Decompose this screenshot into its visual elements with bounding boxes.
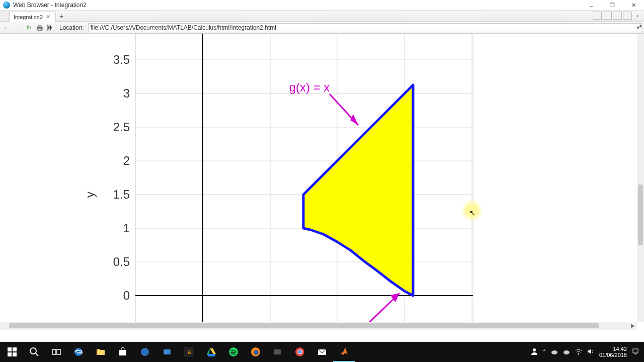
svg-marker-28 [350,114,358,125]
svg-marker-62 [588,349,591,354]
svg-point-58 [533,348,536,351]
tray-cloud-icon[interactable] [563,348,570,356]
svg-text:2.5: 2.5 [113,120,130,134]
svg-rect-32 [13,347,17,351]
tray-onedrive-icon[interactable] [551,348,558,356]
new-tab-button[interactable]: + [56,11,67,21]
start-button[interactable] [1,342,23,362]
search-button[interactable] [23,342,45,362]
svg-marker-49 [207,354,216,356]
svg-rect-3 [135,34,473,322]
svg-rect-33 [8,352,12,356]
annotation-lower-arrow [367,293,399,322]
close-button[interactable]: ✕ [623,0,644,11]
taskbar: a ˄ 14:42 01/06/2018 [0,342,644,362]
svg-rect-37 [52,349,56,354]
scroll-up-cue: ▲ [638,23,643,28]
layout-single-button[interactable] [623,12,632,20]
layout-grid-button[interactable] [593,12,602,20]
svg-rect-31 [8,347,12,351]
svg-rect-1 [38,25,42,26]
annotation-gx: g(x) = x [289,80,358,125]
tab-label: Integration2 [14,14,43,20]
mail-icon[interactable] [311,342,333,362]
svg-text:1.5: 1.5 [113,188,130,201]
amazon-icon[interactable]: a [178,342,200,362]
location-label: Location: [57,24,86,31]
svg-point-61 [578,353,579,354]
maximize-button[interactable]: ❐ [602,0,623,11]
svg-text:3: 3 [123,86,130,100]
clock-time: 14:42 [599,346,627,352]
scroll-right-icon[interactable]: ▶ [631,323,635,328]
back-button[interactable]: ← [2,23,11,32]
y-tick-labels: 0 0.5 1 1.5 2 2.5 3 3.5 [113,53,130,302]
svg-line-36 [36,353,38,356]
toolbar: ← → ↻ Location: file:///C:/Users/A/Docum… [0,22,644,34]
forward-button[interactable]: → [13,23,22,32]
y-axis-label: y [83,192,97,198]
horizontal-scrollbar[interactable]: ▶ [0,322,637,330]
layout-buttons: › [593,12,642,20]
tray-volume-icon[interactable] [587,348,594,356]
explorer-icon[interactable] [90,342,112,362]
layout-split-v-button[interactable] [603,12,612,20]
svg-text:1: 1 [123,221,130,235]
svg-rect-44 [164,349,171,354]
scrollbar-thumb[interactable] [638,185,643,245]
location-bar[interactable]: file:///C:/Users/A/Documents/MATLAB/Calc… [88,23,642,32]
clock-date: 01/06/2018 [599,352,627,358]
filled-region [303,85,413,296]
chart: 0 0.5 1 1.5 2 2.5 3 3.5 y g(x) = x [0,34,634,322]
firefox-icon[interactable] [245,342,267,362]
svg-text:0.5: 0.5 [113,255,130,268]
tabstrip: Integration2 ✕ + › [0,11,644,22]
svg-rect-2 [38,29,42,30]
svg-text:a: a [188,348,191,355]
matlab-icon[interactable] [333,342,355,362]
drive-icon[interactable] [200,342,222,362]
reload-button[interactable]: ↻ [24,23,33,32]
svg-point-52 [254,350,259,355]
svg-rect-40 [97,350,105,355]
find-button[interactable] [46,23,55,32]
svg-marker-48 [207,348,210,354]
store-icon[interactable] [112,342,134,362]
svg-rect-63 [633,349,638,353]
layout-more-button[interactable]: › [633,12,642,20]
print-button[interactable] [35,23,44,32]
tray-wifi-icon[interactable] [575,348,582,356]
tab-integration2[interactable]: Integration2 ✕ [9,12,56,22]
tab-close-icon[interactable]: ✕ [46,14,50,20]
svg-rect-41 [97,349,100,350]
tray-notifications-icon[interactable] [632,348,639,356]
svg-point-59 [551,350,557,354]
layout-split-h-button[interactable] [613,12,622,20]
tray-chevron-icon[interactable]: ˄ [543,349,546,355]
svg-rect-38 [57,349,60,354]
svg-text:g(x) = x: g(x) = x [289,80,330,94]
app-icon-3[interactable] [267,342,289,362]
minimize-button[interactable]: – [581,0,602,11]
svg-point-43 [141,348,149,356]
chrome-icon[interactable] [289,342,311,362]
svg-text:2: 2 [123,154,130,167]
tray-clock[interactable]: 14:42 01/06/2018 [599,346,627,358]
system-tray: ˄ 14:42 01/06/2018 [531,346,643,358]
app-icon-2[interactable] [156,342,178,362]
edge-icon[interactable] [67,342,90,362]
svg-marker-47 [210,348,216,354]
scrollbar-thumb[interactable] [9,323,599,328]
svg-rect-34 [13,352,17,356]
svg-text:3.5: 3.5 [113,53,130,66]
svg-text:0: 0 [123,289,130,302]
svg-rect-42 [119,350,126,355]
vertical-scrollbar[interactable] [637,34,644,322]
cursor-icon: ↖ [469,209,475,217]
app-icon-1[interactable] [134,342,156,362]
svg-rect-53 [274,349,281,354]
taskview-button[interactable] [45,342,67,362]
spotify-icon[interactable] [222,342,245,362]
gap [0,330,644,342]
tray-people-icon[interactable] [531,348,538,356]
